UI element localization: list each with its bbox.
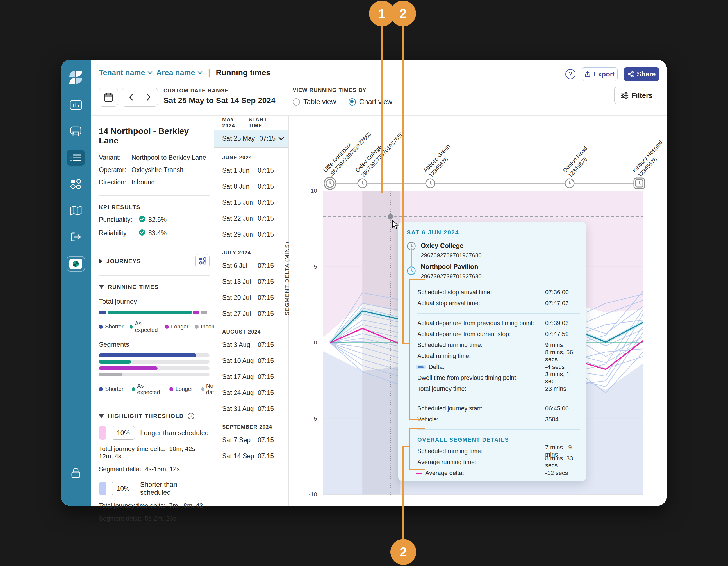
view-by-label: View running times by: [293, 87, 392, 93]
sidebar-item-app-switcher[interactable]: [67, 256, 85, 272]
total-journey-label: Total journey: [99, 297, 210, 305]
date-row[interactable]: Sat 1 Jun07:15: [214, 163, 288, 179]
callout-bracket-overall: [409, 428, 410, 470]
export-icon: [584, 71, 591, 78]
threshold-input[interactable]: 10%: [112, 426, 135, 440]
date-row[interactable]: Sat 3 Aug07:15: [214, 337, 288, 353]
check-icon: [139, 216, 145, 224]
app-tile-icon: [69, 259, 82, 269]
callout-line-2-top: [402, 26, 404, 344]
area-dropdown[interactable]: Area name: [156, 69, 203, 77]
date-row[interactable]: Sat 6 Jul07:15: [214, 258, 288, 274]
y-tick-label: 10: [305, 187, 317, 194]
date-row[interactable]: Sat 8 Jun07:15: [214, 179, 288, 195]
callout-bracket-foot: [409, 469, 425, 470]
info-icon[interactable]: i: [188, 413, 194, 419]
share-icon: [627, 71, 634, 78]
caret-down-icon: [99, 285, 104, 289]
lock-icon[interactable]: [61, 467, 91, 479]
date-row[interactable]: Sat 15 Jun07:15: [214, 195, 288, 211]
highlight-threshold-toggle[interactable]: Highlight threshold i: [99, 413, 210, 419]
date-row[interactable]: Sat 29 Jun07:15: [214, 227, 288, 243]
start-time-header: Start time: [249, 117, 282, 129]
threshold-segment-delta: Segment delta: 4s-15m, 12s: [99, 465, 210, 473]
radio-chart-view[interactable]: Chart view: [349, 98, 392, 106]
tooltip-row: Actual departure from current stop:07:47…: [417, 329, 578, 340]
month-group-label: September 2024: [214, 417, 288, 432]
caret-right-icon: [99, 259, 103, 264]
callout-bracket-foot: [409, 419, 425, 420]
y-tick-label: 5: [305, 264, 317, 270]
journeys-section-toggle[interactable]: Journeys: [99, 258, 141, 265]
date-row-selected[interactable]: Sat 25 May 07:15: [214, 130, 288, 148]
running-times-section-toggle[interactable]: Running times: [99, 284, 210, 290]
sidebar-item-map[interactable]: [67, 203, 85, 219]
sidebar-item-analytics[interactable]: [67, 97, 85, 113]
radio-icon: [293, 98, 300, 106]
tooltip-row: Dwell time from previous timing point:3 …: [417, 372, 578, 383]
date-row[interactable]: Sat 10 Aug07:15: [214, 353, 288, 369]
callout-bracket-journey: [409, 279, 410, 420]
filters-button[interactable]: Filters: [614, 87, 659, 104]
calendar-button[interactable]: [99, 88, 118, 107]
date-row[interactable]: Sat 27 Jul07:15: [214, 306, 288, 322]
sidebar-item-running-times[interactable]: [67, 150, 85, 166]
stop-connector: [411, 248, 412, 266]
toolbar: Custom date range Sat 25 May to Sat 14 S…: [91, 87, 667, 115]
divider: [99, 195, 210, 196]
threshold-input[interactable]: 10%: [112, 482, 135, 495]
header: Tenant name Area name | Running times ? …: [91, 60, 667, 87]
total-journey-bar: [99, 310, 210, 314]
date-row[interactable]: Sat 31 Aug07:15: [214, 401, 288, 417]
route-title: 14 Northpool - Berkley Lane: [99, 126, 210, 146]
chevron-left-icon: [129, 94, 133, 101]
date-range-value: Sat 25 May to Sat 14 Sep 2024: [163, 96, 275, 105]
date-row[interactable]: Sat 13 Jul07:15: [214, 274, 288, 290]
sidebar-item-logout[interactable]: [67, 229, 85, 245]
date-row[interactable]: Sat 22 Jun07:15: [214, 211, 288, 227]
tooltip-row: Actual running time:8 mins, 56 secs: [417, 351, 578, 361]
dates-column: May 2024 Start time Sat 25 May 07:15 Jun…: [214, 116, 289, 506]
dates-header: May 2024 Start time: [214, 116, 288, 130]
divider: [99, 404, 210, 405]
callout-marker-2-bottom: 2: [390, 539, 416, 565]
share-button[interactable]: Share: [624, 67, 659, 81]
threshold-total-delta: Total journey time delta: 7m - 8m, 42: [99, 502, 210, 509]
delta-line-icon: [416, 365, 426, 369]
date-row[interactable]: Sat 7 Sep07:15: [214, 432, 288, 448]
tooltip-from-stop: Oxley College 2967392739701937680: [421, 242, 578, 259]
sidebar-item-segments[interactable]: [67, 176, 85, 192]
check-icon: [139, 229, 145, 238]
date-row[interactable]: Sat 24 Aug07:15: [214, 385, 288, 401]
segment-bar: [99, 360, 210, 363]
callout-line-2-bottom: [402, 446, 404, 540]
tooltip-row: Vehicle:3504: [417, 414, 578, 425]
route-panel: 14 Northpool - Berkley Lane Variant: Nor…: [91, 115, 215, 506]
help-button[interactable]: ?: [565, 69, 575, 79]
bar-as-expected: [108, 310, 192, 314]
callout-bracket-foot: [409, 428, 425, 429]
filters-icon: [621, 92, 629, 99]
journeys-grid-button[interactable]: [195, 254, 210, 268]
export-button[interactable]: Export: [582, 67, 618, 81]
date-row[interactable]: Sat 17 Aug07:15: [214, 369, 288, 385]
tooltip-row: Average running time:8 mins, 33 secs: [417, 457, 578, 468]
month-group-label: August 2024: [214, 322, 288, 337]
segments-legend: Shorter As expected Longer No data: [99, 383, 210, 395]
divider: [99, 246, 210, 247]
tenant-dropdown[interactable]: Tenant name: [99, 69, 153, 77]
tooltip-row: Actual stop arrival time:07:47:03: [417, 298, 578, 309]
radio-table-view[interactable]: Table view: [293, 98, 336, 106]
tooltip-to-stop: Northpool Pavilion 2967392739701937680: [421, 263, 578, 280]
next-date-button[interactable]: [140, 88, 158, 106]
page-title: Running times: [216, 68, 270, 77]
tooltip-row-average-delta: Average delta: -12 secs: [417, 468, 578, 479]
sidebar-item-vehicles[interactable]: [67, 124, 85, 139]
divider: [99, 276, 210, 276]
month-header: May 2024: [222, 117, 249, 129]
month-group-label: July 2024: [214, 243, 288, 258]
date-row[interactable]: Sat 14 Sep07:15: [214, 448, 288, 464]
date-row[interactable]: Sat 20 Jul07:15: [214, 290, 288, 306]
prev-date-button[interactable]: [122, 88, 140, 106]
clock-icon: [425, 178, 436, 190]
